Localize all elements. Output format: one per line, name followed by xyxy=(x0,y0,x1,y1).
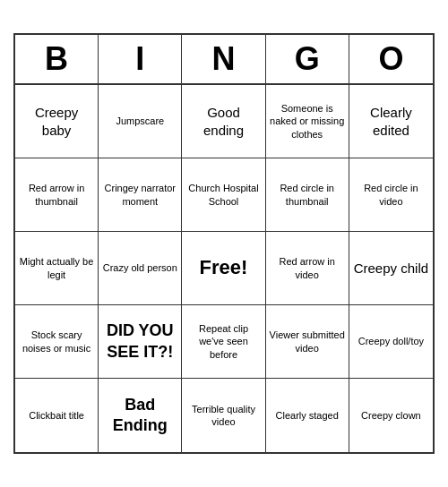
bingo-cell-9: Red circle in video xyxy=(349,158,433,232)
bingo-header: BINGO xyxy=(15,35,433,85)
bingo-cell-3: Someone is naked or missing clothes xyxy=(266,85,349,158)
bingo-cell-6: Cringey narrator moment xyxy=(99,158,182,232)
bingo-grid: Creepy babyJumpscareGood endingSomeone i… xyxy=(15,85,433,452)
bingo-letter-n: N xyxy=(182,35,265,83)
bingo-cell-24: Creepy clown xyxy=(349,379,433,452)
bingo-cell-5: Red arrow in thumbnail xyxy=(15,158,99,232)
bingo-letter-i: I xyxy=(99,35,182,83)
bingo-cell-8: Red circle in thumbnail xyxy=(266,158,349,232)
bingo-cell-14: Creepy child xyxy=(349,232,433,305)
bingo-cell-19: Creepy doll/toy xyxy=(349,305,433,379)
bingo-cell-20: Clickbait title xyxy=(15,379,99,452)
bingo-cell-13: Red arrow in video xyxy=(266,232,349,305)
bingo-cell-21: Bad Ending xyxy=(99,379,182,452)
bingo-letter-b: B xyxy=(15,35,99,83)
bingo-cell-11: Crazy old person xyxy=(99,232,182,305)
bingo-letter-g: G xyxy=(266,35,349,83)
bingo-cell-23: Clearly staged xyxy=(266,379,349,452)
bingo-cell-1: Jumpscare xyxy=(99,85,182,158)
bingo-cell-12: Free! xyxy=(182,232,265,305)
bingo-card: BINGO Creepy babyJumpscareGood endingSom… xyxy=(13,33,435,454)
bingo-cell-10: Might actually be legit xyxy=(15,232,99,305)
bingo-cell-2: Good ending xyxy=(182,85,265,158)
bingo-cell-4: Clearly edited xyxy=(349,85,433,158)
bingo-cell-16: DID YOU SEE IT?! xyxy=(99,305,182,379)
bingo-letter-o: O xyxy=(349,35,433,83)
bingo-cell-17: Repeat clip we've seen before xyxy=(182,305,265,379)
bingo-cell-15: Stock scary noises or music xyxy=(15,305,99,379)
bingo-cell-18: Viewer submitted video xyxy=(266,305,349,379)
bingo-cell-0: Creepy baby xyxy=(15,85,99,158)
bingo-cell-7: Church Hospital School xyxy=(182,158,265,232)
bingo-cell-22: Terrible quality video xyxy=(182,379,265,452)
